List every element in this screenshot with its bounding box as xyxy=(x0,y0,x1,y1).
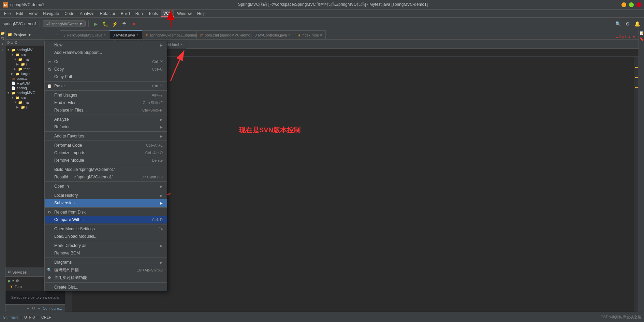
sidebar-structure-icon[interactable]: 🏗 xyxy=(0,37,5,42)
services-footer: + ⚙ − Configure... xyxy=(5,304,65,312)
ctx-sep-9 xyxy=(45,191,167,191)
ctx-reformat[interactable]: Reformat Code Ctrl+Alt+L xyxy=(45,142,167,149)
tab-close-index[interactable]: × xyxy=(320,33,322,37)
ctx-create-gist[interactable]: Create Gist... xyxy=(45,283,167,291)
ctx-disable-realtime[interactable]: ⚙ 关闭实时检测功能 xyxy=(45,274,167,282)
ctx-subversion-label: Subversion xyxy=(54,201,75,205)
ctx-paste-shortcut: Ctrl+V xyxy=(152,84,163,88)
tab-close-mytest[interactable]: × xyxy=(136,33,138,37)
ctx-new[interactable]: New ▶ xyxy=(45,41,167,49)
services-configure-label[interactable]: Configure... xyxy=(43,306,62,310)
services-play-btn[interactable]: ▶ xyxy=(8,279,11,283)
services-icon: ⚙ xyxy=(8,270,11,274)
status-line-sep[interactable]: CRLF xyxy=(41,315,51,319)
services-collapse-btn[interactable]: ≡ xyxy=(12,279,14,283)
menu-refactor[interactable]: Refactor xyxy=(97,11,118,17)
ctx-sep-6 xyxy=(45,141,167,141)
status-encoding[interactable]: UTF-8 xyxy=(24,315,35,319)
ctx-open-in[interactable]: Open In ▶ xyxy=(45,182,167,190)
profile-button[interactable]: ⚡ xyxy=(111,20,119,28)
ctx-compare-with[interactable]: Compare With... Ctrl+D xyxy=(45,216,167,223)
ctx-add-favorites-label: Add to Favorites xyxy=(54,134,84,138)
menu-vcs[interactable]: VCS xyxy=(161,10,175,17)
ctx-add-favorites[interactable]: Add to Favorites ▶ xyxy=(45,132,167,140)
minimize-button[interactable] xyxy=(621,2,626,7)
ctx-cut[interactable]: ✂ Cut Ctrl+X xyxy=(45,58,167,65)
ctx-open-module-settings-shortcut: F4 xyxy=(158,227,163,231)
menu-file[interactable]: File xyxy=(1,11,13,17)
menu-tools[interactable]: Tools xyxy=(146,11,161,17)
search-everywhere-button[interactable]: 🔍 xyxy=(614,20,622,28)
branch-dropdown[interactable]: ⎇ springMVC-rest ▼ xyxy=(43,20,86,27)
tab-hello-spring[interactable]: J HelloSpringMVC.java × xyxy=(60,30,109,39)
ctx-add-framework-label: Add Framework Support... xyxy=(54,50,102,55)
ctx-replace-in-files[interactable]: Replace in Files... Ctrl+Shift+R xyxy=(45,106,167,114)
services-settings-btn[interactable]: ⚙ xyxy=(16,279,19,283)
services-collapse-icon[interactable]: − xyxy=(38,306,40,310)
menu-help[interactable]: Help xyxy=(194,11,208,17)
stop-button[interactable]: ■ xyxy=(130,20,138,28)
right-sidebar-icon-2[interactable]: 🔖 xyxy=(639,37,644,42)
settings-button[interactable]: ⚙ xyxy=(624,20,632,28)
sidebar-favorites-icon[interactable]: ★ xyxy=(0,42,5,47)
ctx-copy-path[interactable]: Copy Path... xyxy=(45,73,167,80)
tree-arrow: ▶ xyxy=(16,105,20,109)
panel-collapse-button[interactable]: − xyxy=(56,33,58,37)
ctx-load-unload[interactable]: Load/Unload Modules... xyxy=(45,233,167,240)
menu-window[interactable]: Window xyxy=(174,11,194,17)
menu-navigate[interactable]: Navigate xyxy=(40,11,62,17)
close-button[interactable] xyxy=(636,2,641,7)
tab-index-html[interactable]: H index.html × xyxy=(294,30,326,39)
menu-run[interactable]: Run xyxy=(133,11,146,17)
menu-build[interactable]: Build xyxy=(118,11,133,17)
debug-button[interactable]: 🐛 xyxy=(101,20,109,28)
coverage-button[interactable]: ☂ xyxy=(120,20,128,28)
ctx-open-module-settings[interactable]: Open Module Settings F4 xyxy=(45,225,167,233)
ctx-build-module[interactable]: Build Module 'springMVC-demo1' xyxy=(45,166,167,173)
ctx-mark-directory[interactable]: Mark Directory as ▶ xyxy=(45,242,167,249)
notifications-button[interactable]: 🔔 xyxy=(633,20,641,28)
tree-item-label: READM xyxy=(17,81,30,85)
ctx-add-framework[interactable]: Add Framework Support... xyxy=(45,49,167,56)
tab-mytest[interactable]: J Mytest.java × xyxy=(109,30,142,39)
panel-settings-button[interactable]: ⚙ xyxy=(14,40,18,45)
right-sidebar-icon-1[interactable]: 📝 xyxy=(639,31,644,36)
tab-springmvc-xml[interactable]: X springMVC-demo1\...\springMVC.xml × xyxy=(142,30,197,39)
ctx-code-scan[interactable]: 🔍 编码规约扫描 Ctrl+Alt+Shift+J xyxy=(45,266,167,274)
ctx-rebuild-module[interactable]: Rebuild ...le 'springMVC-demo1' Ctrl+Shi… xyxy=(45,173,167,181)
services-settings-icon[interactable]: ⚙ xyxy=(32,306,35,310)
tab-mycontroller[interactable]: J MyController.java × xyxy=(251,30,294,39)
services-add-btn[interactable]: + xyxy=(27,306,29,310)
ctx-open-module-settings-label: Open Module Settings xyxy=(54,226,95,231)
ctx-optimize-imports[interactable]: Optimize Imports Ctrl+Alt+O xyxy=(45,149,167,157)
ctx-paste[interactable]: 📋 Paste Ctrl+V xyxy=(45,82,167,90)
ctx-find-in-files[interactable]: Find in Files... Ctrl+Shift+F xyxy=(45,99,167,106)
project-panel-header: 📁 Project ▼ − xyxy=(5,30,60,40)
sidebar-vcs-icon[interactable]: ↑ xyxy=(0,48,5,53)
ctx-analyze[interactable]: Analyze ▶ xyxy=(45,116,167,123)
tab-close-mycontroller[interactable]: × xyxy=(288,33,290,37)
tab-close-hello[interactable]: × xyxy=(104,33,106,37)
tab-close-employee-add[interactable]: × xyxy=(180,43,182,46)
ctx-local-history[interactable]: Local History ▶ xyxy=(45,192,167,199)
panel-collapse-all-button[interactable]: ≡ xyxy=(11,40,13,45)
ctx-subversion[interactable]: Subversion ▶ xyxy=(45,199,167,207)
ctx-remove-module[interactable]: Remove Module Delete xyxy=(45,157,167,164)
ctx-copy[interactable]: ⧉ Copy Ctrl+C xyxy=(45,65,167,73)
menu-analyze[interactable]: Analyze xyxy=(77,11,97,17)
project-panel-label: Project xyxy=(14,33,26,37)
maximize-button[interactable] xyxy=(629,2,634,7)
ctx-refactor[interactable]: Refactor ▶ xyxy=(45,123,167,131)
ctx-remove-bom[interactable]: Remove BOM xyxy=(45,249,167,257)
menu-view[interactable]: View xyxy=(26,11,40,17)
ctx-reload[interactable]: ⟳ Reload from Disk xyxy=(45,208,167,216)
menu-edit[interactable]: Edit xyxy=(13,11,26,17)
ctx-find-usages[interactable]: Find Usages Alt+F7 xyxy=(45,91,167,99)
menu-code[interactable]: Code xyxy=(62,11,77,17)
sidebar-project-icon[interactable]: 📁 xyxy=(0,31,5,36)
panel-sync-button[interactable]: ⟳ xyxy=(7,40,10,45)
tab-pom[interactable]: m pom.xml (springMVC-demo1) × xyxy=(197,30,251,39)
ctx-reformat-label: Reformat Code xyxy=(54,143,82,148)
run-button[interactable]: ▶ xyxy=(91,20,100,28)
ctx-diagrams[interactable]: Diagrams ▶ xyxy=(45,259,167,266)
